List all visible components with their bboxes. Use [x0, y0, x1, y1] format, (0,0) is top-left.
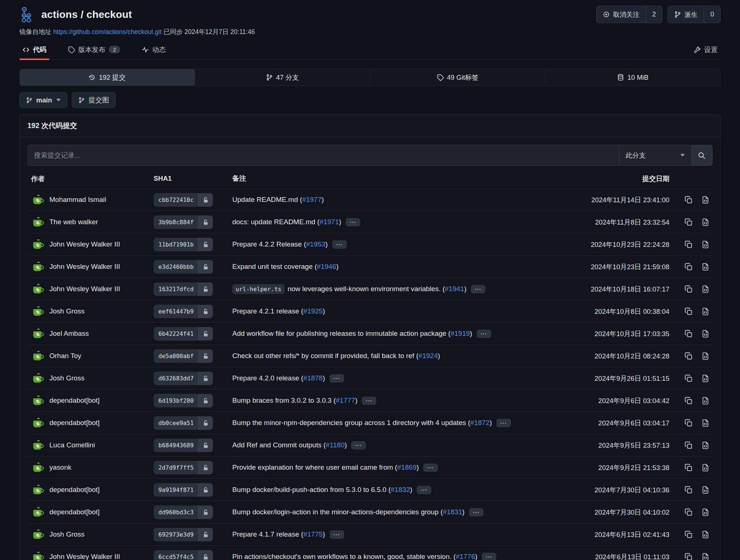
copy-sha-icon[interactable] — [684, 463, 693, 472]
browse-source-icon[interactable] — [701, 330, 710, 338]
commit-sha-badge[interactable]: 6d193bf280 — [154, 394, 213, 407]
browse-source-icon[interactable] — [701, 419, 710, 427]
browse-source-icon[interactable] — [701, 307, 710, 316]
commit-message[interactable]: Prepare 4.2.1 release (#1925) — [232, 307, 560, 315]
commit-message[interactable]: Provide explanation for where user email… — [232, 463, 560, 472]
issue-link[interactable]: #1775 — [303, 530, 323, 538]
author-name[interactable]: John Wesley Walker III — [49, 285, 120, 293]
issue-link[interactable]: #1919 — [451, 330, 470, 338]
copy-sha-icon[interactable] — [684, 374, 693, 383]
copy-sha-icon[interactable] — [684, 396, 693, 405]
author-name[interactable]: Josh Gross — [49, 530, 84, 538]
expand-commit-message-button[interactable]: ··· — [471, 285, 485, 293]
commit-sha-badge[interactable]: 9a9194f871 — [154, 483, 213, 497]
browse-source-icon[interactable] — [701, 196, 710, 204]
browse-source-icon[interactable] — [701, 352, 710, 360]
author-name[interactable]: John Wesley Walker III — [49, 240, 120, 248]
branch-selector[interactable]: main — [19, 92, 67, 108]
copy-sha-icon[interactable] — [684, 196, 693, 204]
mirror-url-link[interactable]: https://github.com/actions/checkout.git — [53, 28, 162, 35]
expand-commit-message-button[interactable]: ··· — [330, 374, 344, 383]
author-name[interactable]: The web walker — [49, 218, 98, 226]
tab-code[interactable]: 代码 — [19, 41, 49, 60]
commit-graph-button[interactable]: 提交图 — [72, 92, 116, 108]
browse-source-icon[interactable] — [701, 240, 710, 249]
author-name[interactable]: dependabot[bot] — [49, 419, 99, 427]
browse-source-icon[interactable] — [701, 441, 710, 450]
issue-link[interactable]: #1946 — [317, 263, 336, 271]
expand-commit-message-button[interactable]: ··· — [351, 441, 366, 450]
commit-sha-badge[interactable]: 6ccd57f4c5 — [154, 550, 213, 560]
commit-message[interactable]: Prepare 4.2.0 release (#1878)··· — [232, 374, 560, 383]
copy-sha-icon[interactable] — [684, 218, 693, 226]
copy-sha-icon[interactable] — [684, 330, 693, 338]
commit-sha-badge[interactable]: d632683dd7 — [154, 372, 213, 385]
fork-count[interactable]: 0 — [704, 6, 720, 23]
browse-source-icon[interactable] — [701, 463, 710, 472]
commit-sha[interactable]: dd960bd3c3 — [154, 505, 198, 519]
commit-sha-badge[interactable]: e3d2460bbb — [154, 260, 213, 274]
browse-source-icon[interactable] — [701, 508, 710, 516]
author-name[interactable]: John Wesley Walker III — [49, 263, 120, 271]
issue-link[interactable]: #1777 — [336, 396, 355, 405]
author-name[interactable]: dependabot[bot] — [49, 486, 99, 494]
commit-sha[interactable]: de5a000abf — [154, 349, 198, 363]
commit-message[interactable]: Expand unit test coverage (#1946) — [232, 263, 560, 271]
author-name[interactable]: Mohammad Ismail — [49, 196, 106, 204]
commit-sha-badge[interactable]: 6b42224f41 — [154, 327, 213, 341]
commit-message[interactable]: Bump docker/build-push-action from 5.3.0… — [232, 486, 560, 494]
commit-sha[interactable]: 692973e3d9 — [154, 528, 198, 541]
author-name[interactable]: Josh Gross — [49, 307, 84, 315]
commit-message[interactable]: Add workflow file for publishing release… — [232, 330, 560, 338]
author-name[interactable]: Joel Ambass — [49, 330, 89, 338]
browse-source-icon[interactable] — [701, 396, 710, 405]
commit-sha[interactable]: 9a9194f871 — [154, 483, 198, 497]
issue-link[interactable]: #1872 — [470, 419, 490, 427]
browse-source-icon[interactable] — [701, 263, 710, 271]
copy-sha-icon[interactable] — [684, 530, 693, 539]
browse-source-icon[interactable] — [701, 530, 710, 539]
expand-commit-message-button[interactable]: ··· — [469, 508, 484, 516]
watch-count[interactable]: 2 — [646, 6, 662, 23]
commit-sha[interactable]: d632683dd7 — [154, 372, 198, 385]
author-name[interactable]: yasonk — [49, 463, 71, 471]
stat-commits[interactable]: 192 提交 — [20, 69, 195, 86]
expand-commit-message-button[interactable]: ··· — [477, 330, 491, 338]
commit-message[interactable]: Check out other refs/* by commit if prov… — [232, 352, 560, 360]
issue-link[interactable]: #1869 — [397, 463, 417, 471]
author-name[interactable]: dependabot[bot] — [49, 508, 99, 516]
commit-message[interactable]: Update README.md (#1977) — [232, 196, 560, 204]
issue-link[interactable]: #1971 — [320, 218, 339, 226]
expand-commit-message-button[interactable]: ··· — [346, 218, 360, 226]
author-name[interactable]: Orhan Toy — [49, 352, 81, 360]
copy-sha-icon[interactable] — [684, 307, 693, 316]
copy-sha-icon[interactable] — [684, 441, 693, 450]
commit-message[interactable]: Add Ref and Commit outputs (#1180)··· — [232, 441, 560, 450]
issue-link[interactable]: #1941 — [445, 285, 464, 293]
issue-link[interactable]: #1831 — [443, 508, 462, 516]
author-name[interactable]: John Wesley Walker III — [49, 553, 120, 560]
issue-link[interactable]: #1977 — [302, 196, 322, 204]
branch-scope-dropdown[interactable]: 此分支 — [619, 145, 691, 166]
copy-sha-icon[interactable] — [684, 240, 693, 249]
issue-link[interactable]: #1832 — [391, 486, 410, 494]
commit-sha-badge[interactable]: de5a000abf — [154, 349, 213, 363]
search-input[interactable] — [27, 145, 619, 166]
commit-sha[interactable]: 2d7d9f7ff5 — [154, 461, 198, 474]
issue-link[interactable]: #1953 — [306, 240, 326, 248]
expand-commit-message-button[interactable]: ··· — [362, 396, 376, 405]
commit-sha[interactable]: 6d193bf280 — [154, 394, 198, 407]
issue-link[interactable]: #1180 — [326, 441, 345, 449]
unwatch-button[interactable]: 取消关注 2 — [596, 6, 662, 23]
tab-settings[interactable]: 设置 — [691, 41, 721, 60]
commit-sha-badge[interactable]: 11bd71901b — [154, 238, 213, 251]
expand-commit-message-button[interactable]: ··· — [332, 240, 347, 249]
tab-releases[interactable]: 版本发布 2 — [65, 41, 123, 60]
commit-sha-badge[interactable]: db0cee9a51 — [154, 416, 213, 430]
browse-source-icon[interactable] — [701, 374, 710, 383]
commit-message[interactable]: Bump docker/login-action in the minor-ac… — [232, 508, 560, 516]
browse-source-icon[interactable] — [701, 218, 710, 226]
commit-sha-badge[interactable]: cbb722410c — [154, 193, 213, 207]
commit-sha-badge[interactable]: 692973e3d9 — [154, 528, 213, 541]
author-name[interactable]: Josh Gross — [49, 374, 84, 382]
